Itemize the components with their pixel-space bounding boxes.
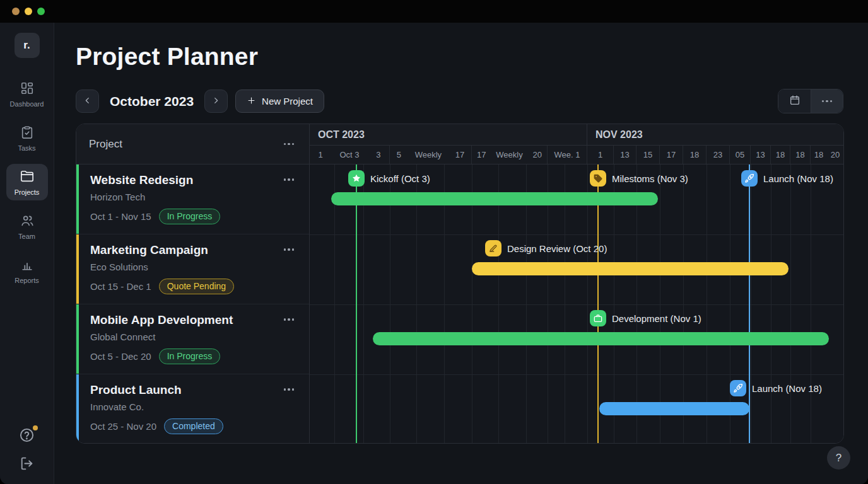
project-row-header: Product Launch xyxy=(90,383,296,397)
project-accent-bar xyxy=(76,164,79,234)
milestone-label: Milestoms (Nov 3) xyxy=(612,173,688,184)
column-menu-button[interactable] xyxy=(281,141,297,148)
gantt-bar[interactable] xyxy=(599,402,749,415)
app-window: r. DashboardTasksProjectsTeamReports Pro… xyxy=(0,23,868,484)
project-row-header: Mobile App Development xyxy=(90,313,296,327)
row-menu-button[interactable] xyxy=(281,176,297,183)
view-options-group xyxy=(778,89,843,113)
calendar-icon xyxy=(789,95,801,108)
traffic-light-zoom-button[interactable] xyxy=(37,8,45,15)
sidebar-item-tasks[interactable]: Tasks xyxy=(6,120,48,156)
help-fab-button[interactable]: ? xyxy=(827,446,850,470)
timeline-day-cell: 1820 xyxy=(811,146,843,164)
sidebar: r. DashboardTasksProjectsTeamReports xyxy=(0,23,54,484)
sidebar-item-reports[interactable]: Reports xyxy=(6,252,48,289)
gantt-panel: Project Website RedesignHorizon TechOct … xyxy=(76,124,844,444)
status-badge: In Progress xyxy=(159,349,221,364)
traffic-light-close-button[interactable] xyxy=(12,8,20,15)
sidebar-item-label: Dashboard xyxy=(10,100,44,108)
project-column-header: Project xyxy=(76,124,309,164)
gantt-bar[interactable] xyxy=(472,262,789,275)
next-month-button[interactable] xyxy=(204,89,228,113)
help-button[interactable] xyxy=(19,427,35,443)
pencil-icon xyxy=(485,240,501,256)
projects-folder-icon xyxy=(20,170,34,185)
row-menu-button[interactable] xyxy=(281,246,297,253)
milestone[interactable]: Milestoms (Nov 3) xyxy=(590,170,688,187)
project-row: Mobile App DevelopmentGlobal ConnectOct … xyxy=(76,304,309,374)
tasks-clipboard-icon xyxy=(20,125,34,141)
timeline-month-header: OCT 2023 xyxy=(310,124,587,145)
project-title: Website Redesign xyxy=(90,173,193,187)
help-circle-icon xyxy=(19,427,35,443)
gantt-row: Kickoff (Oct 3)Milestoms (Nov 3)Launch (… xyxy=(310,164,843,234)
sidebar-item-label: Reports xyxy=(15,277,39,284)
sidebar-item-dashboard[interactable]: Dashboard xyxy=(6,76,48,112)
milestone[interactable]: Development (Nov 1) xyxy=(590,310,701,326)
project-dates: Oct 25 - Nov 20 xyxy=(90,421,156,432)
project-title: Product Launch xyxy=(90,383,182,397)
project-title: Marketing Campaign xyxy=(90,243,208,257)
project-meta: Oct 15 - Dec 1Quote Pending xyxy=(90,279,296,294)
timeline-day-row: 1Oct 335Weekly1717Weekly20Wee. 111315171… xyxy=(310,146,843,164)
dashboard-grid-icon xyxy=(20,81,34,96)
project-client: Eco Solutions xyxy=(90,262,296,272)
timeline-day-cell: 17Weekly20 xyxy=(472,146,548,164)
project-accent-bar xyxy=(76,234,79,304)
project-accent-bar xyxy=(76,304,79,374)
milestone-label: Launch (Nov 18) xyxy=(752,383,822,394)
traffic-light-minimize-button[interactable] xyxy=(25,8,32,15)
timeline-day-cell: 5Weekly17 xyxy=(390,146,472,164)
milestone[interactable]: Launch (Nov 18) xyxy=(730,380,822,396)
calendar-view-button[interactable] xyxy=(778,89,811,113)
project-dates: Oct 1 - Nov 15 xyxy=(90,211,151,222)
project-client: Horizon Tech xyxy=(90,192,296,202)
reports-chart-icon xyxy=(20,258,34,273)
timeline-day-cell: 1 xyxy=(587,146,614,164)
gantt-bar[interactable] xyxy=(373,332,829,345)
project-row-header: Marketing Campaign xyxy=(90,243,296,257)
gantt-bar[interactable] xyxy=(331,192,658,205)
timeline-day-cell: 23 xyxy=(707,146,730,164)
gantt-row: Design Review (Oct 20) xyxy=(310,234,843,304)
logout-button[interactable] xyxy=(19,456,35,471)
timeline-month-row: OCT 2023NOV 2023 xyxy=(310,124,843,146)
notification-dot xyxy=(33,425,38,430)
milestone-label: Development (Nov 1) xyxy=(612,313,701,324)
row-menu-button[interactable] xyxy=(281,386,297,393)
sidebar-item-label: Projects xyxy=(15,188,40,196)
plus-icon xyxy=(247,96,256,107)
sidebar-footer xyxy=(19,427,35,471)
more-options-button[interactable] xyxy=(811,89,843,113)
row-menu-button[interactable] xyxy=(281,316,297,323)
timeline-day-cell: 17 xyxy=(660,146,683,164)
timeline-month-header: NOV 2023 xyxy=(587,124,843,145)
page-title: Project Planner xyxy=(76,43,258,71)
rocket-icon xyxy=(741,170,758,187)
timeline-day-cell: 15 xyxy=(636,146,660,164)
tag-icon xyxy=(590,170,606,187)
project-row: Website RedesignHorizon TechOct 1 - Nov … xyxy=(76,164,309,234)
status-badge: Quote Pending xyxy=(159,279,234,294)
timeline-day-cell: 13 xyxy=(751,146,771,164)
project-client: Global Connect xyxy=(90,331,296,342)
sidebar-item-team[interactable]: Team xyxy=(6,208,48,245)
milestone[interactable]: Launch (Nov 18) xyxy=(741,170,833,187)
sidebar-item-label: Team xyxy=(18,233,35,240)
star-icon xyxy=(348,170,365,187)
milestone[interactable]: Kickoff (Oct 3) xyxy=(348,170,430,187)
project-list-column: Project Website RedesignHorizon TechOct … xyxy=(76,124,310,443)
status-badge: Completed xyxy=(164,418,223,434)
milestone-label: Launch (Nov 18) xyxy=(763,173,833,184)
milestone[interactable]: Design Review (Oct 20) xyxy=(485,240,607,256)
previous-month-button[interactable] xyxy=(76,89,99,113)
project-meta: Oct 25 - Nov 20Completed xyxy=(90,418,296,434)
sidebar-item-label: Tasks xyxy=(18,144,35,152)
sidebar-item-projects[interactable]: Projects xyxy=(6,164,48,200)
timeline-day-cell: Wee. 1 xyxy=(548,146,587,164)
timeline-day-cell: 18 xyxy=(771,146,790,164)
new-project-button[interactable]: New Project xyxy=(235,89,324,113)
timeline-day-cell: 18 xyxy=(790,146,811,164)
gantt-row: Development (Nov 1) xyxy=(310,304,843,374)
toolbar: October 2023 New Project xyxy=(76,89,843,113)
